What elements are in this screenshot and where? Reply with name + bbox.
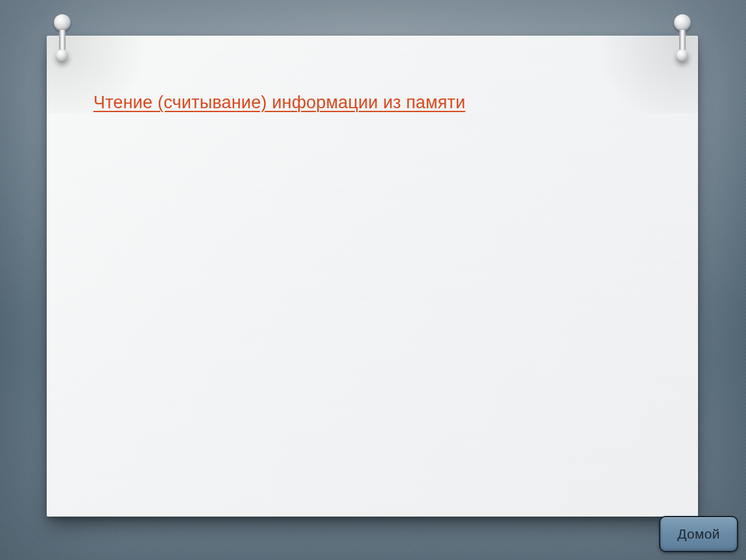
home-button[interactable]: Домой xyxy=(659,516,738,552)
corner-shadow-right xyxy=(581,36,698,113)
paper-sheet: Чтение (считывание) информации из памяти xyxy=(47,36,698,517)
memory-read-link[interactable]: Чтение (считывание) информации из памяти xyxy=(93,93,465,113)
